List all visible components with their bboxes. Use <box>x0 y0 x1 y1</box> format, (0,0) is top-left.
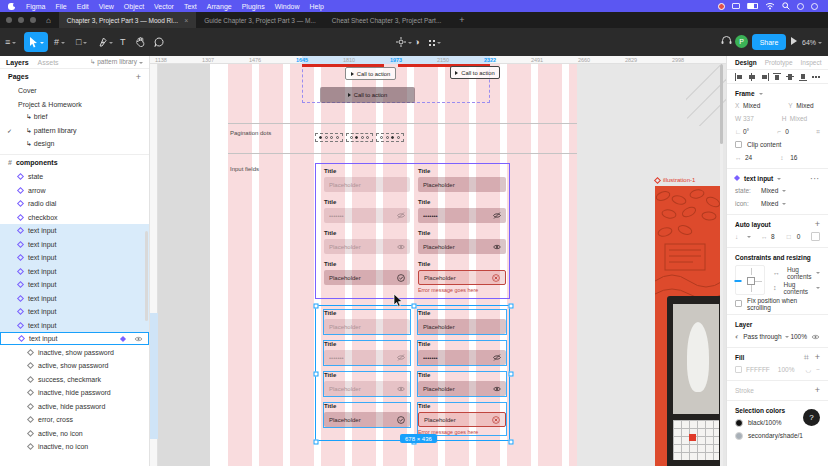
text-input-inactive[interactable]: Title••••••• <box>324 341 410 365</box>
search-icon[interactable] <box>782 2 790 10</box>
eye-icon[interactable] <box>397 386 405 392</box>
frame-section-title[interactable]: Frame <box>735 90 755 97</box>
text-input-active[interactable]: Title••••••• <box>418 199 506 223</box>
input-field-inactive[interactable]: ••••••• <box>324 208 410 223</box>
library-selector[interactable]: ↳ pattern library <box>90 58 143 66</box>
selection-handle[interactable] <box>509 304 514 309</box>
fix-position-checkbox[interactable] <box>735 300 742 307</box>
page-item-project-homework[interactable]: Project & Homework <box>0 97 149 110</box>
layer-item-error-cross[interactable]: error, cross <box>0 413 149 427</box>
audio-icon[interactable] <box>721 35 732 46</box>
layer-item-arrow[interactable]: arrow <box>0 183 149 197</box>
cross-icon[interactable] <box>492 416 500 424</box>
apple-icon[interactable] <box>8 3 15 10</box>
fill-opacity-input[interactable]: 100% <box>778 366 795 373</box>
tab-cheatsheet[interactable]: Cheat Sheet Chapter 3, Project Part... <box>324 12 449 28</box>
state-prop-select[interactable]: Mixed <box>761 187 778 194</box>
input-field-active[interactable]: Placeholder <box>418 319 506 334</box>
cross-icon[interactable] <box>492 274 500 282</box>
horizontal-resizing[interactable]: ↔Hug contents <box>773 266 820 279</box>
text-input-inactive[interactable]: Title••••••• <box>324 199 410 223</box>
layer-item-text-input[interactable]: text input <box>0 305 149 319</box>
text-input-inactive[interactable]: TitlePlaceholder <box>324 230 410 254</box>
page-item-cover[interactable]: Cover <box>0 84 149 97</box>
layer-item-text-input[interactable]: text input <box>0 224 149 238</box>
layer-item-text-input[interactable]: text input <box>0 251 149 265</box>
text-input-inactive[interactable]: TitlePlaceholder <box>324 168 410 192</box>
input-field-success[interactable]: Placeholder <box>324 270 410 285</box>
input-field-active[interactable]: Placeholder <box>418 239 506 254</box>
add-stroke-button[interactable]: + <box>815 385 820 395</box>
w-input[interactable]: 337 <box>743 115 754 122</box>
pagination-dots-group-1[interactable] <box>315 133 343 142</box>
component-badge-icon[interactable] <box>120 336 126 342</box>
tab-design[interactable]: Design <box>735 59 757 66</box>
auto-layout-add-button[interactable]: + <box>815 219 820 229</box>
fix-position-row[interactable]: Fix position when scrolling <box>735 297 820 310</box>
layer-item-radio-dial[interactable]: radio dial <box>0 197 149 211</box>
input-field-inactive[interactable]: Placeholder <box>324 319 410 334</box>
icon-prop-select[interactable]: Mixed <box>761 200 778 207</box>
fill-styles-icon[interactable]: ⌗ <box>804 352 809 363</box>
siri-icon[interactable] <box>811 3 818 10</box>
padding-input[interactable]: 0 <box>797 233 801 240</box>
remove-fill-button[interactable]: − <box>816 366 820 373</box>
input-field-active[interactable]: Placeholder <box>418 381 506 396</box>
alignment-grid-icon[interactable] <box>811 232 820 241</box>
layer-item-state[interactable]: state <box>0 170 149 184</box>
text-input-active[interactable]: TitlePlaceholder <box>418 310 506 334</box>
input-fields-frame-selection[interactable]: TitlePlaceholderTitlePlaceholderTitle•••… <box>315 305 510 441</box>
eye-icon[interactable] <box>493 386 501 392</box>
eye-off-icon[interactable] <box>493 354 501 361</box>
tab-active[interactable]: Chapter 3, Project Part 3 — Mood Ri... × <box>59 12 196 28</box>
layer-item-active-show-password[interactable]: active, show password <box>0 359 149 373</box>
selection-handle[interactable] <box>412 304 417 309</box>
zoom-control[interactable]: 64% <box>802 34 822 50</box>
x-input[interactable]: Mixed <box>743 102 760 109</box>
h-input[interactable]: Mixed <box>790 115 807 122</box>
menu-text[interactable]: Text <box>184 3 197 10</box>
fill-swatch[interactable] <box>735 366 742 373</box>
avatar[interactable]: P <box>735 35 748 48</box>
input-field-error[interactable]: Placeholder <box>418 270 506 285</box>
window-close-button[interactable] <box>6 17 12 23</box>
corner-options-icon[interactable]: ⌗ <box>816 128 820 136</box>
text-input-inactive[interactable]: TitlePlaceholder <box>324 372 410 396</box>
input-field-inactive[interactable]: Placeholder <box>324 381 410 396</box>
text-input-error[interactable]: TitlePlaceholderError message goes here <box>418 403 506 435</box>
page-item--design[interactable]: ↳ design <box>0 138 149 151</box>
add-fill-button[interactable]: + <box>815 352 820 362</box>
v-spacing-input[interactable]: 16 <box>790 154 797 161</box>
share-button[interactable]: Share <box>752 34 786 50</box>
help-button[interactable]: ? <box>803 409 820 426</box>
text-tool-button[interactable]: T <box>120 34 126 50</box>
input-fields-frame-selected[interactable]: TitlePlaceholderTitlePlaceholderTitle•••… <box>315 163 510 299</box>
selection-handle[interactable] <box>314 372 319 377</box>
gray-frame[interactable] <box>158 64 210 466</box>
clip-content-checkbox[interactable] <box>735 141 742 148</box>
eye-off-icon[interactable] <box>493 212 501 219</box>
selection-handle[interactable] <box>314 304 319 309</box>
selection-handle[interactable] <box>509 372 514 377</box>
align-right-icon[interactable] <box>761 73 769 81</box>
input-field-inactive[interactable]: ••••••• <box>324 350 410 365</box>
fill-hex-input[interactable]: FFFFFF <box>746 366 770 373</box>
mask-button[interactable]: ◑ <box>414 34 419 50</box>
blend-mode-select[interactable]: Pass through <box>743 333 781 340</box>
align-left-icon[interactable] <box>735 73 743 81</box>
visibility-icon[interactable] <box>134 336 143 342</box>
text-input-error[interactable]: TitlePlaceholderError message goes here <box>418 261 506 293</box>
spacing-input[interactable]: 8 <box>771 233 775 240</box>
page-item--brief[interactable]: ↳ brief <box>0 111 149 124</box>
input-field-success[interactable]: Placeholder <box>324 412 410 427</box>
menu-arrange[interactable]: Arrange <box>207 3 232 10</box>
y-input[interactable]: Mixed <box>796 102 813 109</box>
cta-button-outline[interactable]: Call to action <box>345 67 396 80</box>
cta-button-disabled[interactable]: Call to action <box>320 87 415 103</box>
text-input-success[interactable]: TitlePlaceholder <box>324 261 410 285</box>
align-top-icon[interactable] <box>773 73 781 81</box>
text-input-active[interactable]: TitlePlaceholder <box>418 230 506 254</box>
clip-content-row[interactable]: Clip content <box>735 138 820 151</box>
menu-vector[interactable]: Vector <box>154 3 174 10</box>
selection-handle[interactable] <box>314 440 319 445</box>
